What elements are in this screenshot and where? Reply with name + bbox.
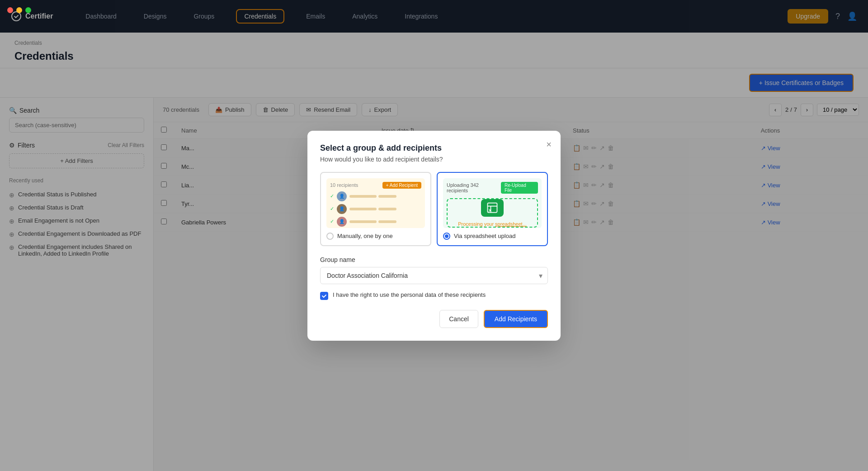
modal-footer: Cancel Add Recipients <box>320 310 548 328</box>
manual-preview: 10 recipients + Add Recipient ✓ 👤 ✓ 👤 <box>326 178 425 228</box>
consent-checkbox[interactable] <box>320 292 328 300</box>
option-spreadsheet-card[interactable]: Uploading 342 recipients Re-Upload File … <box>437 172 548 246</box>
re-upload-preview-btn: Re-Upload File <box>501 182 538 194</box>
group-select-wrapper: Doctor Association California ▾ <box>320 267 548 284</box>
traffic-lights <box>7 7 31 13</box>
spreadsheet-preview: Uploading 342 recipients Re-Upload File … <box>443 178 542 228</box>
checkmark-icon <box>321 293 327 299</box>
add-recipients-button[interactable]: Add Recipients <box>484 310 548 328</box>
option-manual-radio[interactable]: Manually, one by one <box>326 233 425 240</box>
group-name-select[interactable]: Doctor Association California <box>320 267 548 284</box>
group-name-label: Group name <box>320 256 548 263</box>
cancel-button[interactable]: Cancel <box>439 310 478 328</box>
minimize-button[interactable] <box>16 7 22 13</box>
modal-close-button[interactable]: × <box>546 140 552 149</box>
consent-text: I have the right to use the personal dat… <box>333 291 486 298</box>
modal-title: Select a group & add recipients <box>320 143 548 153</box>
spreadsheet-icon: X <box>481 199 504 217</box>
manual-radio-circle <box>326 233 334 240</box>
modal-subtitle: How would you like to add recipient deta… <box>320 156 548 163</box>
maximize-button[interactable] <box>25 7 31 13</box>
processing-text: Processing your spreadsheet... <box>458 221 527 227</box>
add-recipient-preview-btn: + Add Recipient <box>382 182 421 189</box>
modal: × Select a group & add recipients How wo… <box>307 131 561 341</box>
spreadsheet-radio-circle <box>443 233 450 240</box>
consent-row: I have the right to use the personal dat… <box>320 291 548 300</box>
options-row: 10 recipients + Add Recipient ✓ 👤 ✓ 👤 <box>320 172 548 246</box>
modal-overlay[interactable]: × Select a group & add recipients How wo… <box>0 0 868 471</box>
close-button[interactable] <box>7 7 13 13</box>
option-spreadsheet-radio[interactable]: Via spreadsheet upload <box>443 233 542 240</box>
option-manual-card[interactable]: 10 recipients + Add Recipient ✓ 👤 ✓ 👤 <box>320 172 431 246</box>
svg-text:X: X <box>489 208 492 213</box>
